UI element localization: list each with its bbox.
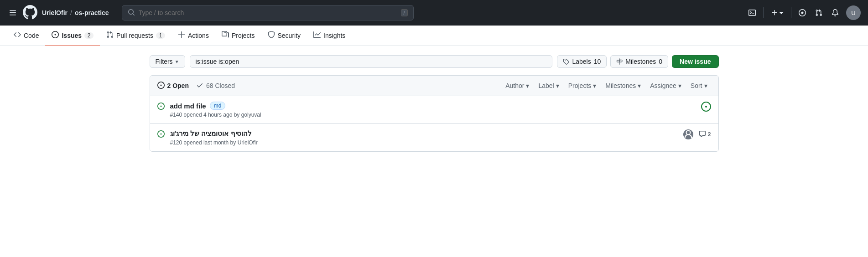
issue-row: להוסיף אוטומציה של מירג'וג #120 opened l… bbox=[150, 124, 718, 151]
tab-issues-label: Issues bbox=[62, 32, 82, 39]
breadcrumb-user[interactable]: UrielOfir bbox=[42, 9, 68, 16]
nav-right: U bbox=[747, 5, 861, 20]
labels-count: 10 bbox=[594, 58, 601, 65]
repo-tabs: Code Issues 2 Pull requests 1 Actions bbox=[0, 26, 868, 46]
issue-number: #140 bbox=[170, 112, 182, 118]
svg-point-0 bbox=[801, 12, 804, 14]
assignee-filter-label: Assignee bbox=[650, 82, 676, 89]
filter-bar: Filters ▼ Labels 10 Milestones 0 New iss… bbox=[150, 55, 719, 68]
comment-count-value: 2 bbox=[708, 131, 711, 138]
filters-button[interactable]: Filters ▼ bbox=[150, 55, 185, 68]
tab-security[interactable]: Security bbox=[261, 26, 307, 46]
tab-issues[interactable]: Issues 2 bbox=[45, 26, 100, 46]
sort-chevron-icon: ▾ bbox=[704, 82, 707, 89]
issue-opened-meta: opened 4 hours ago by golyuval bbox=[184, 112, 261, 118]
issue-open-icon bbox=[157, 103, 165, 112]
tab-projects-label: Projects bbox=[232, 32, 255, 39]
milestones-chevron-icon: ▾ bbox=[638, 82, 641, 89]
open-count[interactable]: 2 Open bbox=[157, 82, 189, 90]
nav-left: UrielOfir / os-practice bbox=[7, 5, 109, 21]
sort-filter-button[interactable]: Sort ▾ bbox=[687, 80, 711, 91]
code-icon bbox=[14, 31, 21, 40]
issue-title-link[interactable]: add md file bbox=[170, 102, 206, 110]
comment-icon bbox=[699, 130, 706, 139]
sort-filter-label: Sort bbox=[691, 82, 702, 89]
tab-projects[interactable]: Projects bbox=[215, 26, 261, 46]
header-filters: Author ▾ Label ▾ Projects ▾ Milestones ▾… bbox=[502, 80, 711, 91]
label-icon bbox=[563, 58, 569, 65]
issues-header: 2 Open 68 Closed Author ▾ Label ▾ bbox=[150, 76, 718, 96]
filters-chevron-icon: ▼ bbox=[175, 59, 179, 64]
issues-search-input[interactable] bbox=[190, 55, 553, 68]
plus-menu-button[interactable] bbox=[769, 7, 785, 18]
terminal-button[interactable] bbox=[747, 7, 758, 18]
issue-right-2: 2 bbox=[683, 129, 711, 139]
tab-insights-label: Insights bbox=[323, 32, 345, 39]
author-filter-label: Author bbox=[505, 82, 524, 89]
notifications-button[interactable] bbox=[830, 7, 841, 18]
search-wrapper: / bbox=[122, 5, 414, 21]
projects-icon bbox=[222, 31, 229, 40]
tab-code[interactable]: Code bbox=[7, 26, 45, 46]
issues-icon bbox=[52, 31, 59, 40]
closed-count[interactable]: 68 Closed bbox=[196, 82, 235, 90]
closed-count-label: 68 Closed bbox=[206, 82, 235, 89]
issue-open-icon-2 bbox=[157, 130, 165, 139]
tab-actions[interactable]: Actions bbox=[172, 26, 215, 46]
milestones-count: 0 bbox=[659, 58, 662, 65]
author-chevron-icon: ▾ bbox=[526, 82, 529, 89]
issue-title-line-2: להוסיף אוטומציה של מירג'וג bbox=[170, 129, 678, 138]
actions-icon bbox=[178, 31, 185, 40]
issue-label-badge: md bbox=[210, 102, 226, 110]
tab-pull-requests[interactable]: Pull requests 1 bbox=[100, 26, 172, 46]
pull-request-icon bbox=[106, 31, 114, 40]
milestones-filter-button[interactable]: Milestones ▾ bbox=[602, 80, 645, 91]
user-avatar[interactable]: U bbox=[846, 5, 861, 20]
issue-title-link-2[interactable]: להוסיף אוטומציה של מירג'וג bbox=[170, 129, 252, 138]
nav-divider-2 bbox=[791, 7, 791, 18]
breadcrumb: UrielOfir / os-practice bbox=[42, 9, 109, 16]
milestones-filter-label: Milestones bbox=[605, 82, 636, 89]
tab-actions-label: Actions bbox=[188, 32, 209, 39]
tab-pull-requests-badge: 1 bbox=[156, 32, 165, 39]
search-keyboard-shortcut: / bbox=[401, 9, 408, 16]
filter-actions: Labels 10 Milestones 0 New issue bbox=[557, 55, 718, 68]
issue-assignee-icon bbox=[701, 102, 711, 114]
issue-assignee-avatar bbox=[683, 129, 693, 139]
tab-issues-badge: 2 bbox=[84, 32, 94, 39]
projects-chevron-icon: ▾ bbox=[593, 82, 596, 89]
labels-button[interactable]: Labels 10 bbox=[557, 55, 607, 68]
assignee-filter-button[interactable]: Assignee ▾ bbox=[646, 80, 685, 91]
breadcrumb-repo[interactable]: os-practice bbox=[75, 9, 109, 16]
labels-label: Labels bbox=[572, 58, 591, 65]
new-issue-button[interactable]: New issue bbox=[672, 55, 718, 68]
assignee-chevron-icon: ▾ bbox=[678, 82, 681, 89]
nav-divider-1 bbox=[763, 7, 764, 18]
top-navigation: UrielOfir / os-practice / bbox=[0, 0, 868, 26]
issue-row: add md file md #140 opened 4 hours ago b… bbox=[150, 96, 718, 124]
tab-code-label: Code bbox=[24, 32, 39, 39]
author-filter-button[interactable]: Author ▾ bbox=[502, 80, 533, 91]
search-input[interactable] bbox=[139, 9, 397, 16]
main-content: Filters ▼ Labels 10 Milestones 0 New iss… bbox=[142, 46, 726, 161]
filters-label: Filters bbox=[156, 58, 173, 65]
insights-icon bbox=[313, 31, 321, 40]
hamburger-menu-button[interactable] bbox=[7, 7, 18, 18]
copilot-button[interactable] bbox=[797, 7, 808, 18]
milestones-button[interactable]: Milestones 0 bbox=[610, 55, 668, 68]
issue-main: add md file md #140 opened 4 hours ago b… bbox=[170, 102, 696, 118]
tab-insights[interactable]: Insights bbox=[307, 26, 352, 46]
github-logo[interactable] bbox=[23, 5, 37, 21]
milestones-label: Milestones bbox=[625, 58, 656, 65]
projects-filter-button[interactable]: Projects ▾ bbox=[565, 80, 600, 91]
issue-opened-meta-2: opened last month by UrielOfir bbox=[184, 139, 258, 146]
issue-meta-2: #120 opened last month by UrielOfir bbox=[170, 139, 678, 146]
issue-right bbox=[701, 102, 711, 114]
pull-requests-nav-button[interactable] bbox=[813, 7, 824, 18]
open-count-label: 2 Open bbox=[167, 82, 189, 89]
label-filter-button[interactable]: Label ▾ bbox=[535, 80, 562, 91]
issue-comment-count: 2 bbox=[699, 130, 711, 139]
tab-pull-requests-label: Pull requests bbox=[116, 32, 153, 39]
security-icon bbox=[268, 31, 275, 40]
projects-filter-label: Projects bbox=[568, 82, 592, 89]
